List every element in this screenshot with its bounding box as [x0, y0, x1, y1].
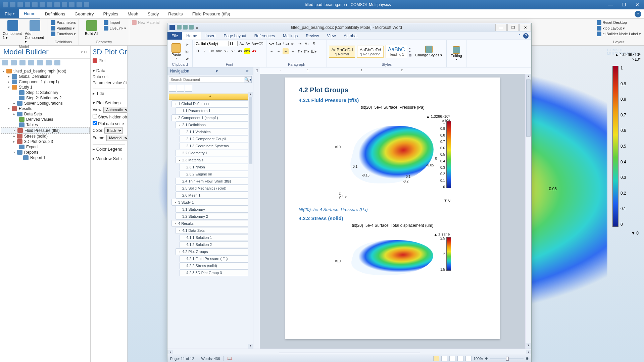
tree-study1[interactable]: ▾Study 1 [1, 85, 90, 90]
comsol-qat[interactable] [0, 2, 92, 7]
nav-item[interactable]: ▸4.2 Plot Groups [176, 248, 252, 255]
nav-item[interactable]: 4.1.2 Solution 2 [180, 241, 252, 248]
nav-item[interactable]: 2.2 Geometry 1 [176, 150, 252, 156]
strike-icon[interactable]: abc [216, 48, 222, 54]
tree-derived[interactable]: Derived Values [1, 117, 90, 122]
word-minimize-button[interactable]: — [495, 24, 507, 31]
maximize-button[interactable]: ❐ [617, 0, 631, 9]
status-words[interactable]: Words: 436 [201, 357, 220, 361]
nav-item[interactable]: 4.2.3 3D Plot Group 3 [180, 269, 252, 276]
nav-item[interactable]: 2.6 Mesh 1 [176, 192, 252, 199]
shading-icon[interactable]: ◫▾ [304, 48, 310, 54]
build-all-button[interactable]: Build All [82, 20, 102, 36]
format-painter-icon[interactable]: 🖌 [184, 55, 190, 61]
plot-button[interactable]: Plot [93, 58, 125, 63]
help-icon[interactable]: ? [635, 11, 641, 17]
ribbon-collapse-icon[interactable]: ⌃ [518, 34, 521, 38]
numbering-icon[interactable]: 1≡▾ [276, 41, 282, 47]
horizontal-ruler[interactable]: ··112 [260, 67, 531, 74]
view-web-icon[interactable] [449, 356, 455, 361]
ruler-toggle[interactable]: ⎕ [253, 67, 260, 349]
nav-item[interactable]: ▸4 Results [171, 220, 252, 227]
word-qat[interactable]: ▾ [177, 25, 198, 31]
nav-item[interactable]: 2.5 Solid Mechanics (solid) [176, 185, 252, 192]
editing-button[interactable]: Editing▾ [449, 46, 464, 61]
tab-physics[interactable]: Physics [98, 9, 123, 18]
word-titlebar[interactable]: ▾ tilted_pad_bearing.docx [Compatibility… [167, 23, 531, 32]
multilevel-icon[interactable]: ⋮≡▾ [283, 41, 289, 47]
nav-item[interactable]: 2.3.1 Nylon [180, 164, 252, 170]
zoom-slider[interactable] [490, 358, 524, 359]
tree-root[interactable]: ▸tilted_pad_bearing.mph (root) [1, 68, 90, 74]
zoom-level[interactable]: 100% [474, 357, 483, 361]
frame-select[interactable]: Material [106, 135, 128, 141]
nav-close-icon[interactable]: ✕ [244, 69, 250, 73]
tree-reports[interactable]: ▾Reports [1, 150, 90, 155]
bullets-icon[interactable]: •≡▾ [268, 41, 275, 47]
nav-selection-grip[interactable]: ▴ [169, 94, 252, 100]
tab-home[interactable]: Home [19, 9, 40, 18]
nav-item[interactable]: 3.1 Stationary [176, 206, 252, 213]
zoom-out-button[interactable]: ⊖ [485, 356, 488, 361]
align-left-icon[interactable]: ≡ [268, 48, 275, 54]
tree-report1[interactable]: Report 1 [1, 155, 90, 160]
functions-button[interactable]: Functions ▾ [51, 32, 76, 36]
nav-item[interactable]: ▸4.1 Data Sets [176, 227, 252, 234]
word-help-icon[interactable]: ? [523, 33, 529, 39]
nav-item[interactable]: 2.4 Thin-Film Flow, Shell (tffs) [176, 178, 252, 185]
view-print-icon[interactable] [433, 356, 439, 361]
view-draft-icon[interactable] [465, 356, 472, 361]
word-tab-review[interactable]: Review [302, 32, 323, 40]
highlight-icon[interactable]: ab▾ [244, 48, 250, 54]
tree-global-defs[interactable]: ▸Global Definitions [1, 74, 90, 79]
tab-mesh[interactable]: Mesh [123, 9, 143, 18]
document-area[interactable]: 4.2 Plot Groups 4.2.1 Fluid Pressure (tf… [260, 74, 525, 349]
nav-item[interactable]: ▸1 Global Definitions [171, 100, 252, 107]
decrease-indent-icon[interactable]: ⇤ [290, 41, 296, 47]
style-nospacing[interactable]: AaBbCcDd¶ No Spacing [357, 46, 383, 58]
plot-data-checkbox[interactable] [93, 121, 97, 125]
word-close-button[interactable]: ✕ [519, 24, 531, 31]
view-select[interactable]: Automatic [103, 107, 128, 113]
subscript-icon[interactable]: x₂ [223, 48, 229, 54]
nav-scrollbar[interactable]: ▴▾ [248, 92, 253, 349]
node-label-button[interactable]: el Builder Node Label ▾ [597, 32, 641, 36]
minimize-button[interactable]: — [604, 0, 617, 9]
tree-fluid-pressure[interactable]: ▸Fluid Pressure (tffs) [1, 127, 90, 134]
nav-item[interactable]: 4.2.2 Stress (solid) [180, 262, 252, 269]
word-tab-mailings[interactable]: Mailings [279, 32, 302, 40]
view-outline-icon[interactable] [457, 356, 463, 361]
word-tab-file[interactable]: File [167, 32, 182, 40]
variables-button[interactable]: Variables ▾ [51, 26, 76, 31]
status-proof-icon[interactable]: 📖 [227, 356, 232, 361]
tree-plotgroup3[interactable]: ▸3D Plot Group 3 [1, 139, 90, 144]
align-center-icon[interactable]: ≡ [276, 48, 282, 54]
tree-step2[interactable]: Step 2: Stationary 2 [1, 95, 90, 101]
nav-item[interactable]: ▸2.3 Materials [176, 157, 252, 163]
tree-stress[interactable]: ▸Stress (solid) [1, 134, 90, 139]
search-icon[interactable]: 🔍▾ [244, 76, 252, 83]
reset-desktop-button[interactable]: Reset Desktop [597, 20, 641, 25]
close-button[interactable]: ✕ [631, 0, 644, 9]
justify-icon[interactable]: ≡ [290, 48, 296, 54]
show-marks-icon[interactable]: ¶ [311, 41, 317, 47]
word-tab-insert[interactable]: Insert [201, 32, 219, 40]
status-page[interactable]: Page: 11 of 12 [170, 357, 194, 361]
show-hidden-checkbox[interactable] [93, 114, 97, 118]
nav-dropdown-icon[interactable]: ▾ [216, 69, 218, 73]
align-right-icon[interactable]: ≡ [283, 48, 289, 54]
nav-item[interactable]: 2.1.2 Component Coupli… [180, 136, 252, 142]
superscript-icon[interactable]: x² [230, 48, 236, 54]
font-color-icon[interactable]: A▾ [251, 48, 257, 54]
word-tab-view[interactable]: View [323, 32, 340, 40]
tab-study[interactable]: Study [143, 9, 163, 18]
underline-icon[interactable]: U▾ [209, 48, 215, 54]
paste-button[interactable]: Paste▾ [169, 43, 183, 60]
nav-item[interactable]: 1.1 Parameters 1 [176, 107, 252, 114]
shrink-font-icon[interactable]: A▾ [245, 41, 251, 47]
zoom-in-button[interactable]: ⊕ [526, 356, 529, 361]
clear-format-icon[interactable]: ⌫ [258, 41, 264, 47]
file-tab[interactable]: File [0, 9, 19, 18]
change-styles-button[interactable]: Change Styles ▾ [413, 45, 444, 58]
component-button[interactable]: Component 1 ▾ [3, 20, 23, 40]
